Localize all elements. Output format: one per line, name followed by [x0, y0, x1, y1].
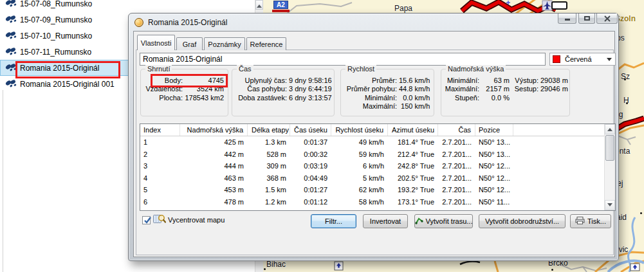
table-row[interactable]: 4463 m368 m0:04:495 km/h202.5° True2.7.2…	[140, 172, 604, 185]
table-row[interactable]: 5453 m1.5 km0:01:2762 km/h193.2° True2.7…	[140, 184, 604, 196]
button-label: Vytvořit dobrodružství...	[485, 217, 559, 225]
table-cell: N50° 12...	[475, 160, 513, 172]
stat-value: 2157 m	[481, 85, 510, 93]
tisk-button[interactable]: Tisk...	[570, 214, 611, 228]
column-header[interactable]: Délka etapy	[248, 124, 290, 136]
table-cell: N50° 13...	[475, 149, 513, 161]
footprints-icon	[5, 0, 17, 9]
panel-divider	[3, 90, 3, 272]
table-cell: 4.. m	[180, 208, 248, 210]
table-row[interactable]: 74.. m... km0:02:4... km/h...° True2.7.2…	[140, 208, 604, 210]
table-cell: 1.3 km	[248, 136, 290, 149]
vytvořit-trasu-button[interactable]: Vytvořit trasu...	[414, 214, 473, 228]
footprints-icon	[5, 47, 17, 57]
tab-graf[interactable]: Graf	[176, 37, 203, 50]
stat-value: 44.8 km/h	[399, 85, 430, 93]
table-row[interactable]: 3444 m309 m0:03:196 km/h242.8° True2.7.2…	[140, 160, 604, 172]
map-label-papa: Papa	[394, 4, 412, 13]
column-header[interactable]: Čas	[438, 124, 475, 136]
column-header[interactable]: Rychlost úseku	[331, 124, 388, 136]
group-summary-rows: Body:4745Vzdálenost:3524 kmPlocha:178543…	[143, 76, 224, 114]
group-elevation: Nadmořská výška Minimální:63 mVýstup:290…	[441, 69, 570, 116]
table-cell: 5 km/h	[331, 172, 388, 185]
road-shield-a2: A2	[273, 1, 288, 9]
track-color-combobox[interactable]: Červená	[549, 53, 616, 66]
table-cell: 0:01:27	[290, 184, 331, 196]
column-header[interactable]: Nadmořská výška	[180, 124, 248, 136]
road-shield-underline	[272, 10, 290, 12]
invertovat-button[interactable]: Invertovat	[363, 214, 408, 228]
stat-value: 6 dny 3:13:57	[289, 94, 332, 102]
table-cell: 6 km/h	[331, 160, 388, 172]
map-town-dot	[640, 212, 642, 214]
stat-label: Plocha:	[143, 94, 185, 102]
airport-icon	[542, 1, 552, 10]
stat-value: 178543 km2	[185, 94, 224, 102]
close-icon	[604, 15, 611, 22]
footprints-icon	[5, 63, 17, 73]
maximize-button[interactable]	[578, 14, 595, 24]
stat-value: 29046 m	[540, 85, 568, 93]
group-elevation-rows: Minimální:63 mVýstup:29038 mMaximální:21…	[444, 76, 566, 114]
button-label: Filtr...	[325, 217, 342, 225]
stat-label: Průměr:	[344, 77, 399, 84]
group-title: Čas	[237, 65, 253, 73]
table-cell: 368 m	[248, 172, 290, 185]
table-cell: 0:00:32	[290, 149, 331, 161]
filtr-button[interactable]: Filtr...	[311, 214, 356, 228]
stat-label: Stupeň:	[444, 94, 481, 102]
table-cell: N50° 13...	[475, 136, 513, 149]
group-time: Čas Uplynulý čas:9 dny 9:58:16Čas pohybu…	[232, 69, 335, 116]
center-map-checkbox[interactable]	[142, 216, 151, 224]
stat-value: 29038 m	[540, 77, 568, 84]
stat-label: Minimální:	[344, 94, 399, 102]
stat-label: Vzdálenost:	[143, 85, 185, 93]
map-poi-icon-2	[630, 264, 639, 271]
minimize-button[interactable]	[558, 14, 576, 24]
dialog-title: Romania 2015-Originál	[148, 18, 227, 27]
track-name-input[interactable]	[140, 53, 546, 66]
tab-pozn-mky[interactable]: Poznámky	[204, 37, 245, 50]
tab-reference[interactable]: Reference	[246, 37, 286, 50]
tab-vlastnosti[interactable]: Vlastnosti	[137, 35, 175, 50]
table-cell: 2.7.201...	[438, 184, 475, 196]
column-header[interactable]: Čas úseku	[290, 124, 331, 136]
dialog-client-area: VlastnostiGrafPoznámkyReference Červená …	[133, 31, 615, 257]
table-cell: 6	[140, 196, 180, 208]
scrollbar-thumb[interactable]	[605, 135, 614, 161]
footprints-icon	[5, 31, 17, 41]
close-button[interactable]	[596, 14, 618, 24]
table-cell: 309 m	[248, 160, 290, 172]
stat-label: Maximální:	[444, 85, 481, 93]
table-row[interactable]: 6478 m1.2 km0:01:1258 km/h173.1° True2.7…	[140, 196, 604, 208]
map-town-dot	[624, 78, 626, 80]
chevron-down-icon	[607, 58, 612, 64]
group-summary: Shrnutí Body:4745Vzdálenost:3524 kmPloch…	[140, 69, 228, 116]
table-row[interactable]: 1425 m1.3 km0:01:3749 km/h181.4° True2.7…	[140, 136, 604, 149]
table-cell: N50° 12...	[475, 184, 513, 196]
table-cell: 59 km/h	[331, 149, 388, 161]
table-cell: 2	[140, 149, 180, 161]
column-header[interactable]: Index	[140, 124, 180, 136]
vytvořit-dobrodružství-button[interactable]: Vytvořit dobrodružství...	[479, 214, 566, 228]
table-cell: 0:04:49	[290, 172, 331, 185]
stat-value: 0.0 %	[481, 94, 510, 102]
table-cell: 1	[140, 136, 180, 149]
table-row[interactable]: 2442 m528 m0:00:3259 km/h212.4° True2.7.…	[140, 149, 604, 161]
column-header[interactable]: Azimut úseku	[388, 124, 438, 136]
table-scrollbar[interactable]	[604, 124, 615, 210]
map-town-dot	[264, 268, 266, 270]
maximize-icon	[584, 16, 590, 21]
table-cell: 463 m	[180, 172, 248, 185]
map-town-dot	[551, 269, 553, 271]
table-cell: 4	[140, 172, 180, 185]
track-label: 15-07-11_Rumunsko	[20, 48, 91, 57]
scroll-down-button[interactable]	[605, 200, 615, 210]
stat-label: Výstup:	[510, 77, 540, 84]
column-header[interactable]: Pozice	[475, 124, 513, 136]
scroll-up-icon[interactable]	[255, 0, 263, 10]
stat-label: Doba zastávek:	[235, 94, 289, 102]
sidebar-item-track[interactable]: 15-07-08_Rumunsko	[0, 0, 250, 12]
scroll-up-button[interactable]	[605, 124, 615, 134]
color-value: Červená	[565, 55, 607, 63]
